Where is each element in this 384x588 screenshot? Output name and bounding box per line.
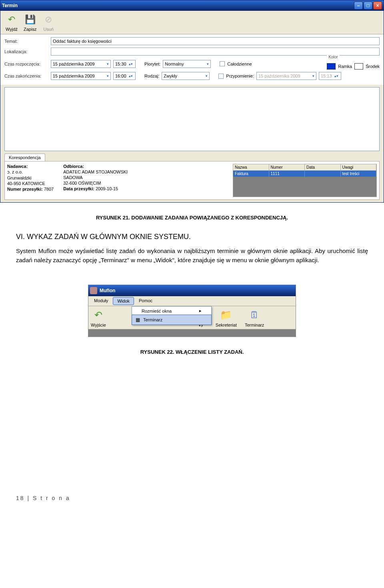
end-time-spinner[interactable]: 16:00▴▾ (113, 72, 136, 80)
maximize-icon[interactable]: □ (364, 2, 372, 10)
figure-caption-21: RYSUNEK 21. DODAWANIE ZADANIA POWIĄZANEG… (16, 215, 368, 221)
sender-name: ɔ. z o.o. (7, 169, 54, 175)
terminarz-button[interactable]: 🗓 Terminarz (245, 308, 264, 327)
titlebar[interactable]: Termin – □ × (0, 0, 384, 11)
th-uwagi[interactable]: Uwagi (341, 164, 377, 170)
window-title: Muflon (100, 288, 115, 293)
delete-icon: ⊘ (42, 13, 55, 26)
termin-window: Termin – □ × ↶ Wyjdź 💾 Zapisz ⊘ Usuń Tem… (0, 0, 384, 203)
titlebar[interactable]: Muflon (88, 285, 296, 296)
priority-combo[interactable]: Normalny▾ (163, 60, 211, 68)
arrow-left-icon: ↶ (5, 13, 18, 26)
minimize-icon[interactable]: – (354, 2, 363, 10)
dropdown-item-rozmiesc[interactable]: Rozmieść okna ▸ (132, 307, 211, 315)
priority-label: Piorytet: (144, 62, 160, 66)
chevron-down-icon: ▾ (107, 62, 109, 66)
start-date-combo[interactable]: 15 października 2009▾ (51, 60, 111, 68)
reminder-time-spinner: 15:13▴▾ (319, 72, 341, 80)
shipment-no-label: Numer przesyłki: (7, 187, 43, 191)
allday-checkbox[interactable] (220, 61, 225, 66)
app-icon (90, 287, 97, 294)
muflon-window: Muflon Moduły Widok Pomoc ↶ Wyjście 🗀 ɤy… (88, 285, 296, 337)
frame-color-swatch[interactable] (327, 63, 336, 70)
subject-label: Temat: (4, 39, 48, 44)
color-group-label: Kolor (327, 55, 339, 59)
menubar: Moduły Widok Pomoc (88, 296, 296, 306)
sender-city: 40-950 KATOWICE (7, 181, 54, 186)
recipient-city: 32-600 OŚWIĘCIM (63, 181, 128, 185)
tab-korespondencja[interactable]: Korespondencja (4, 153, 45, 161)
spinner-arrows-icon: ▴▾ (129, 62, 133, 66)
notes-area[interactable] (4, 87, 380, 151)
chevron-down-icon: ▾ (206, 74, 208, 78)
reminder-label: Przypomienie: (226, 74, 254, 78)
close-icon[interactable]: × (373, 2, 382, 10)
shipment-date-label: Data przesyłki: (63, 186, 94, 191)
shipment-date: 2009-10-15 (96, 186, 118, 191)
exit-button[interactable]: ↶ Wyjście (91, 308, 106, 327)
folder-icon: 📁 (219, 308, 233, 322)
delete-button: ⊘ Usuń (40, 12, 57, 32)
sekreteriat-button[interactable]: 📁 Sekreteriat (216, 308, 237, 327)
recipient-name: ADATEC ADAM STOJANOWSKI (63, 169, 128, 174)
main-toolbar: ↶ Wyjście 🗀 ɤy 📁 Sekreteriat 🗓 Terminarz… (88, 306, 296, 329)
exit-button[interactable]: ↶ Wyjdź (3, 12, 20, 32)
start-time-spinner[interactable]: 15:30▴▾ (113, 60, 136, 68)
shipment-no: 7807 (44, 187, 54, 191)
section-heading: VI. WYKAZ ZADAŃ W GŁÓWNYM OKNIE SYSTEMU. (16, 233, 368, 241)
chevron-down-icon: ▾ (107, 74, 109, 78)
calendar-small-icon: ▦ (134, 317, 141, 323)
spinner-arrows-icon: ▴▾ (129, 74, 133, 78)
center-color-swatch[interactable] (354, 63, 363, 70)
recipient-label: Odbiorca: (63, 164, 128, 169)
tab-strip: Korespondencja (4, 153, 380, 161)
toolbar: ↶ Wyjdź 💾 Zapisz ⊘ Usuń (0, 11, 384, 34)
widok-dropdown: Rozmieść okna ▸ ▦ Terminarz (132, 306, 212, 325)
paragraph: System Muflon może wyświetlać listę zada… (16, 247, 368, 265)
center-label: Środek (366, 64, 380, 69)
save-button[interactable]: 💾 Zapisz (21, 12, 39, 32)
th-numer[interactable]: Numer (269, 164, 305, 170)
page-footer: 18 | S t r o n a (0, 491, 384, 505)
end-date-combo[interactable]: 15 października 2009▾ (51, 72, 111, 80)
spinner-arrows-icon: ▴▾ (334, 74, 338, 78)
frame-label: Ramka (338, 64, 352, 69)
reminder-date-combo: 15 października 2009▾ (256, 72, 316, 80)
type-combo[interactable]: Zwykły▾ (162, 72, 210, 80)
chevron-down-icon: ▾ (207, 62, 209, 66)
location-input[interactable] (51, 48, 380, 56)
figure-caption-22: RYSUNEK 22. WŁĄCZENIE LISTY ZADAŃ. (16, 349, 368, 355)
type-label: Rodzaj: (144, 74, 159, 78)
reminder-checkbox[interactable] (218, 74, 224, 79)
end-label: Czas zakończenia: (4, 74, 48, 78)
chevron-right-icon: ▸ (199, 308, 202, 313)
start-label: Czas rozpoczęcia: (4, 62, 48, 66)
table-row[interactable]: Faktura 1111 test treści (233, 171, 376, 177)
location-label: Lokalizacja: (4, 49, 48, 54)
korespondencja-panel: Nadawca: ɔ. z o.o. Grunwaldzki 40-950 KA… (4, 161, 380, 200)
sender-street: Grunwaldzki (7, 175, 54, 180)
th-nazwa[interactable]: Nazwa (233, 164, 269, 170)
allday-label: Całodzienne (227, 62, 252, 66)
sender-label: Nadawca: (7, 164, 54, 169)
arrow-left-icon: ↶ (92, 308, 105, 322)
menu-moduly[interactable]: Moduły (90, 297, 112, 305)
dropdown-item-terminarz[interactable]: ▦ Terminarz (132, 315, 212, 325)
client-area (88, 329, 296, 337)
th-data[interactable]: Data (305, 164, 341, 170)
menu-pomoc[interactable]: Pomoc (135, 297, 156, 305)
chevron-down-icon: ▾ (312, 74, 314, 78)
subject-input[interactable] (51, 37, 380, 45)
window-title: Termin (2, 3, 18, 8)
floppy-icon: 💾 (24, 13, 36, 26)
attachments-table: Nazwa Numer Data Uwagi Faktura 1111 test… (233, 164, 377, 197)
menu-widok[interactable]: Widok (113, 297, 134, 305)
calendar-icon: 🗓 (248, 308, 261, 322)
recipient-street: SADOWA (63, 175, 128, 180)
form-area: Temat: Lokalizacja: Czas rozpoczęcia: 15… (0, 34, 384, 85)
